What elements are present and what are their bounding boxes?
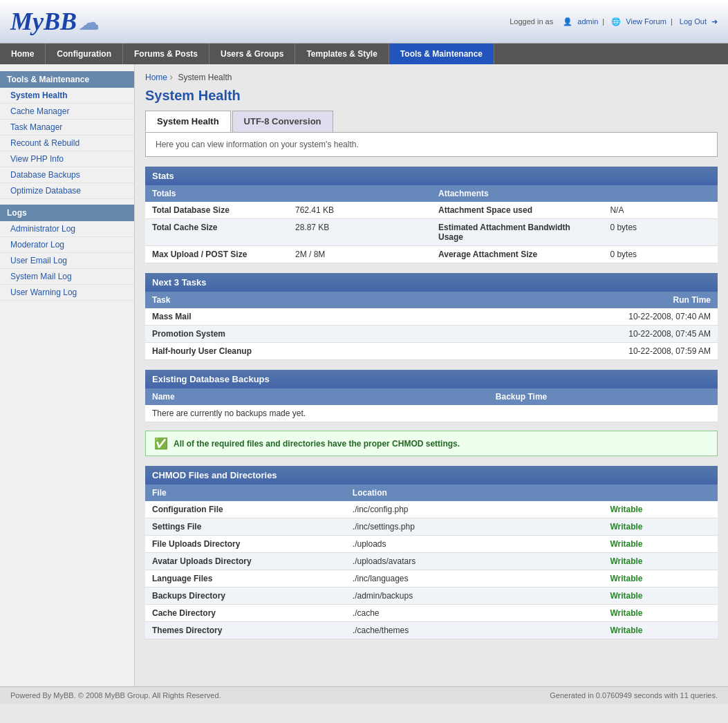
nav-configuration[interactable]: Configuration	[46, 44, 123, 64]
stats-row-2: Max Upload / POST Size 2M / 8M Average A…	[145, 246, 718, 263]
sidebar-item-system-mail-log[interactable]: System Mail Log	[0, 269, 134, 285]
task-runtime: 10-22-2008, 07:40 AM	[546, 308, 718, 326]
sidebar-item-moderator-log[interactable]: Moderator Log	[0, 237, 134, 253]
chmod-file: Avatar Uploads Directory	[145, 553, 346, 570]
backups-section-header: Existing Database Backups	[145, 370, 718, 388]
stats-left-label: Total Database Size	[145, 202, 288, 219]
sidebar-item-task-manager[interactable]: Task Manager	[0, 120, 134, 135]
page-header: MyBB☁ Logged in as 👤 admin | 🌐 View Foru…	[0, 0, 728, 44]
stats-col-attachments-val	[603, 185, 718, 202]
nav-templates-style[interactable]: Templates & Style	[295, 44, 389, 64]
stats-right-label: Average Attachment Size	[431, 246, 603, 263]
sidebar-item-administrator-log[interactable]: Administrator Log	[0, 221, 134, 237]
sidebar-item-user-email-log[interactable]: User Email Log	[0, 253, 134, 269]
tasks-row-0: Mass Mail 10-22-2008, 07:40 AM	[145, 308, 718, 326]
chmod-status: Writable	[603, 588, 718, 605]
backups-col-name: Name	[145, 388, 489, 405]
task-runtime: 10-22-2008, 07:45 AM	[546, 326, 718, 343]
stats-right-value: 0 bytes	[603, 219, 718, 246]
chmod-row-4: Language Files ./inc/languages Writable	[145, 570, 718, 588]
page-footer: Powered By MyBB. © 2008 MyBB Group. All …	[0, 686, 728, 704]
chmod-check-icon: ✅	[154, 437, 168, 450]
user-icon: 👤	[563, 17, 572, 26]
sidebar-item-cache-manager[interactable]: Cache Manager	[0, 104, 134, 120]
backups-col-time: Backup Time	[489, 388, 718, 405]
chmod-status: Writable	[603, 570, 718, 588]
globe-icon: 🌐	[611, 17, 621, 26]
tab-system-health[interactable]: System Health	[145, 111, 231, 132]
sidebar-item-recount-rebuild[interactable]: Recount & Rebuild	[0, 135, 134, 151]
chmod-status: Writable	[603, 605, 718, 622]
chmod-row-3: Avatar Uploads Directory ./uploads/avata…	[145, 553, 718, 570]
sidebar-item-system-health[interactable]: System Health	[0, 88, 134, 104]
sidebar-item-view-php-info[interactable]: View PHP Info	[0, 151, 134, 167]
sidebar-item-user-warning-log[interactable]: User Warning Log	[0, 285, 134, 301]
sidebar-tools-title: Tools & Maintenance	[0, 71, 134, 88]
chmod-file: Themes Directory	[145, 622, 346, 639]
main-content: Home › System Health System Health Syste…	[135, 64, 728, 686]
sidebar: Tools & Maintenance System Health Cache …	[0, 64, 135, 686]
chmod-location: ./cache/themes	[346, 622, 604, 639]
sidebar-item-optimize-database[interactable]: Optimize Database	[0, 183, 134, 199]
chmod-location: ./cache	[346, 605, 604, 622]
chmod-file: Backups Directory	[145, 588, 346, 605]
task-name: Half-hourly User Cleanup	[145, 343, 546, 360]
username-link[interactable]: admin	[577, 17, 598, 26]
stats-left-value: 2M / 8M	[288, 246, 431, 263]
chmod-section-header: CHMOD Files and Directories	[145, 466, 718, 485]
chmod-location: ./admin/backups	[346, 588, 604, 605]
chmod-row-1: Settings File ./inc/settings.php Writabl…	[145, 518, 718, 536]
chmod-notice: ✅ All of the required files and director…	[145, 431, 718, 456]
layout: Tools & Maintenance System Health Cache …	[0, 64, 728, 686]
chmod-location: ./inc/settings.php	[346, 518, 604, 536]
chmod-col-location: Location	[346, 485, 604, 501]
stats-left-value: 28.87 KB	[288, 219, 431, 246]
tab-utf8-conversion[interactable]: UTF-8 Conversion	[232, 111, 333, 132]
logo-text: MyBB☁	[10, 7, 98, 36]
footer-left: Powered By MyBB. © 2008 MyBB Group. All …	[10, 691, 221, 699]
view-forum-link[interactable]: View Forum	[626, 17, 666, 26]
nav-users-groups[interactable]: Users & Groups	[209, 44, 295, 64]
chmod-col-status	[603, 485, 718, 501]
stats-col-attachments: Attachments	[431, 185, 603, 202]
page-title: System Health	[145, 88, 718, 104]
backups-empty-message: There are currently no backups made yet.	[145, 405, 718, 422]
chmod-row-7: Themes Directory ./cache/themes Writable	[145, 622, 718, 639]
breadcrumb-home[interactable]: Home	[145, 73, 167, 82]
footer-right: Generated in 0.0760949 seconds with 11 q…	[550, 691, 718, 699]
stats-row-0: Total Database Size 762.41 KB Attachment…	[145, 202, 718, 219]
chmod-file: Configuration File	[145, 501, 346, 518]
nav-tools-maintenance[interactable]: Tools & Maintenance	[389, 44, 494, 64]
sidebar-item-database-backups[interactable]: Database Backups	[0, 167, 134, 183]
tasks-table: Task Run Time Mass Mail 10-22-2008, 07:4…	[145, 292, 718, 360]
chmod-status: Writable	[603, 553, 718, 570]
main-nav: Home Configuration Forums & Posts Users …	[0, 44, 728, 64]
breadcrumb-current: System Health	[178, 73, 232, 82]
logged-in-label: Logged in as	[510, 17, 553, 26]
stats-table: Totals Attachments Total Database Size 7…	[145, 185, 718, 263]
stats-left-label: Total Cache Size	[145, 219, 288, 246]
logout-link[interactable]: Log Out ➜	[677, 17, 718, 26]
stats-right-label: Estimated Attachment Bandwidth Usage	[431, 219, 603, 246]
chmod-row-2: File Uploads Directory ./uploads Writabl…	[145, 536, 718, 553]
tasks-row-2: Half-hourly User Cleanup 10-22-2008, 07:…	[145, 343, 718, 360]
tasks-row-1: Promotion System 10-22-2008, 07:45 AM	[145, 326, 718, 343]
stats-section-header: Stats	[145, 167, 718, 185]
user-info: Logged in as 👤 admin | 🌐 View Forum | Lo…	[507, 17, 718, 26]
nav-home[interactable]: Home	[0, 44, 46, 64]
chmod-file: Cache Directory	[145, 605, 346, 622]
backups-empty-row: There are currently no backups made yet.	[145, 405, 718, 422]
chmod-location: ./inc/config.php	[346, 501, 604, 518]
logo: MyBB☁	[10, 7, 98, 36]
chmod-row-5: Backups Directory ./admin/backups Writab…	[145, 588, 718, 605]
stats-right-value: 0 bytes	[603, 246, 718, 263]
task-name: Promotion System	[145, 326, 546, 343]
stats-left-value: 762.41 KB	[288, 202, 431, 219]
chmod-status: Writable	[603, 622, 718, 639]
task-name: Mass Mail	[145, 308, 546, 326]
chmod-file: File Uploads Directory	[145, 536, 346, 553]
tasks-col-task: Task	[145, 292, 546, 308]
backups-table: Name Backup Time There are currently no …	[145, 388, 718, 422]
chmod-status: Writable	[603, 501, 718, 518]
nav-forums-posts[interactable]: Forums & Posts	[123, 44, 209, 64]
